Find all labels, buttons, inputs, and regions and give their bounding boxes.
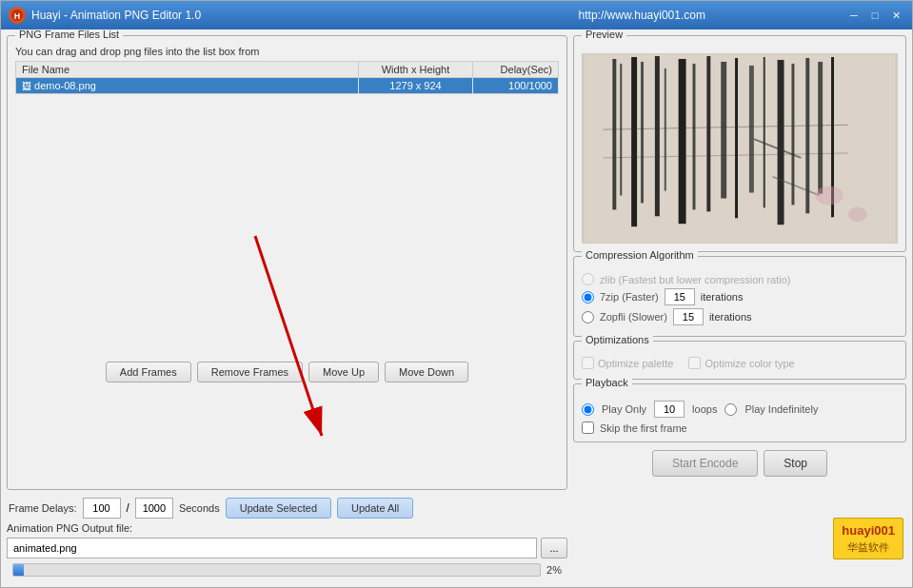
file-list-desc: You can drag and drop png files into the… (15, 46, 559, 57)
skip-first-checkbox[interactable] (582, 421, 594, 434)
delay-value-input[interactable] (83, 498, 121, 519)
svg-rect-22 (818, 62, 823, 194)
preview-image (582, 53, 898, 244)
play-indefinitely-label: Play Indefinitely (744, 403, 818, 415)
svg-rect-19 (778, 60, 784, 225)
svg-rect-6 (612, 59, 616, 209)
col-size: Width x Height (359, 62, 473, 78)
title-bar: H Huayi - Animation PNG Editor 1.0 http:… (1, 1, 912, 29)
zlib-radio[interactable] (582, 273, 594, 285)
output-label: Animation PNG Output file: (7, 522, 567, 534)
file-icon: 🖼 (22, 81, 31, 91)
preview-group: Preview (573, 35, 906, 252)
app-icon: H (9, 7, 26, 24)
start-encode-button[interactable]: Start Encode (652, 450, 758, 477)
opt-palette-checkbox[interactable] (582, 357, 594, 369)
svg-rect-11 (665, 69, 666, 191)
minimize-button[interactable]: ─ (845, 7, 863, 24)
play-indefinitely-radio[interactable] (724, 403, 737, 416)
output-row: ... (7, 538, 567, 559)
close-button[interactable]: ✕ (887, 7, 904, 24)
app-title: Huayi - Animation PNG Editor 1.0 (31, 9, 439, 22)
move-up-button[interactable]: Move Up (308, 362, 379, 382)
file-size-cell: 1279 x 924 (359, 78, 473, 94)
preview-svg (583, 54, 897, 243)
app-url: http://www.huayi001.com (439, 9, 846, 22)
file-name-text: demo-08.png (34, 80, 96, 91)
file-delay-cell: 100/1000 (473, 78, 559, 94)
opt-row: Optimize palette Optimize color type (582, 357, 898, 369)
svg-point-28 (815, 186, 844, 206)
file-list-title: PNG Frame Files List (15, 29, 123, 40)
watermark-line1: huayi001 (842, 522, 895, 539)
skip-frame-row: Skip the first frame (582, 421, 898, 434)
file-name-cell: 🖼 demo-08.png (16, 78, 359, 94)
slash-divider: / (127, 501, 129, 515)
svg-rect-14 (706, 56, 710, 211)
compression-title: Compression Algorithm (582, 249, 698, 261)
watermark-line2: 华益软件 (842, 540, 895, 555)
progress-bar-fill (13, 564, 24, 576)
svg-rect-8 (631, 57, 637, 226)
file-list-group: PNG Frame Files List You can drag and dr… (7, 35, 567, 490)
loops-input[interactable] (654, 401, 685, 418)
svg-rect-10 (655, 56, 660, 216)
maximize-button[interactable]: □ (866, 7, 883, 24)
7zip-radio[interactable] (582, 291, 594, 304)
opt-palette-label: Optimize palette (582, 357, 673, 369)
frame-delays-label: Frame Delays: (9, 502, 77, 514)
file-table: File Name Width x Height Delay(Sec) 🖼 de (15, 61, 559, 94)
svg-rect-15 (721, 62, 726, 199)
encode-buttons: Start Encode Stop (573, 446, 906, 480)
playback-title: Playback (582, 377, 632, 388)
right-panel: Preview (573, 35, 906, 581)
update-selected-button[interactable]: Update Selected (226, 498, 331, 519)
opt-palette-text: Optimize palette (598, 358, 673, 369)
svg-rect-18 (764, 57, 765, 207)
action-buttons: Add Frames Remove Frames Move Up Move Do… (15, 362, 559, 382)
zlib-row: zlib (Fastest but lower compression rati… (582, 273, 898, 285)
opt-color-checkbox[interactable] (688, 357, 701, 369)
opt-color-text: Optimize color type (705, 358, 794, 369)
seconds-label: Seconds (179, 502, 220, 514)
7zip-row: 7zip (Faster) iterations (582, 288, 898, 305)
main-content: PNG Frame Files List You can drag and dr… (1, 29, 912, 587)
play-only-radio[interactable] (582, 403, 594, 416)
watermark: huayi001 华益软件 (833, 518, 903, 559)
compression-group: Compression Algorithm zlib (Fastest but … (573, 256, 906, 337)
table-row[interactable]: 🖼 demo-08.png 1279 x 924 100/1000 (16, 78, 559, 94)
zopfli-iterations-input[interactable] (673, 308, 704, 325)
svg-rect-12 (679, 59, 686, 224)
optimizations-group: Optimizations Optimize palette Optimize … (573, 341, 906, 380)
7zip-iterations-input[interactable] (665, 288, 695, 305)
file-table-wrapper[interactable]: File Name Width x Height Delay(Sec) 🖼 de (15, 61, 559, 356)
browse-button[interactable]: ... (541, 538, 567, 559)
playback-group: Playback Play Only loops Play Indefinite… (573, 383, 906, 442)
progress-percent: 2% (546, 564, 562, 576)
col-delay: Delay(Sec) (473, 62, 559, 78)
output-file-input[interactable] (7, 538, 537, 559)
window-controls: ─ □ ✕ (845, 7, 904, 24)
stop-button[interactable]: Stop (764, 450, 827, 477)
zopfli-radio[interactable] (582, 311, 594, 323)
move-down-button[interactable]: Move Down (385, 362, 468, 382)
zopfli-label: Zopfli (Slower) (600, 311, 667, 323)
frame-delays-row: Frame Delays: / Seconds Update Selected … (7, 498, 567, 519)
opt-title: Optimizations (582, 334, 653, 345)
update-all-button[interactable]: Update All (337, 498, 413, 519)
svg-rect-9 (641, 62, 644, 204)
svg-point-29 (848, 206, 867, 222)
delay-total-input[interactable] (135, 498, 173, 519)
play-only-label: Play Only (602, 403, 646, 415)
opt-color-label: Optimize color type (688, 357, 794, 369)
skip-first-label: Skip the first frame (600, 422, 687, 434)
svg-rect-16 (735, 58, 738, 218)
svg-rect-17 (749, 66, 754, 193)
playback-loops-row: Play Only loops Play Indefinitely (582, 401, 898, 418)
progress-area: 2% (7, 559, 567, 581)
progress-bar-bg (12, 563, 541, 577)
left-panel: PNG Frame Files List You can drag and dr… (7, 35, 567, 581)
svg-text:H: H (14, 11, 21, 21)
add-frames-button[interactable]: Add Frames (106, 362, 191, 382)
remove-frames-button[interactable]: Remove Frames (197, 362, 303, 382)
